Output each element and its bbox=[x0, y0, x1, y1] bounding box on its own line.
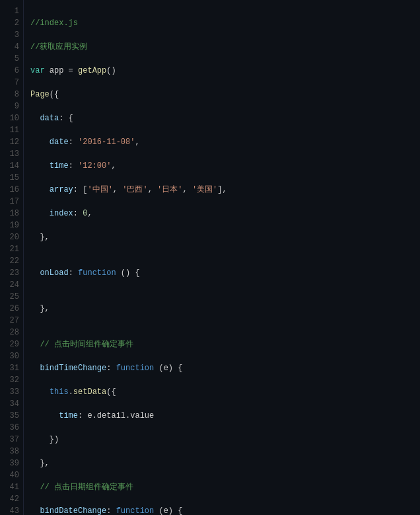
code-line-7: time: '12:00', bbox=[30, 160, 415, 172]
code-editor: 1 2 3 4 5 6 7 8 9 10 11 12 13 14 15 16 1… bbox=[0, 0, 420, 515]
code-line-5: data: { bbox=[30, 112, 415, 124]
code-line-1: //index.js bbox=[30, 17, 415, 29]
code-line-16: // 点击时间组件确定事件 bbox=[30, 338, 415, 350]
code-line-2: //获取应用实例 bbox=[30, 41, 415, 53]
code-line-17: bindTimeChange: function (e) { bbox=[30, 362, 415, 374]
code-content[interactable]: //index.js //获取应用实例 var app = getApp() P… bbox=[24, 0, 420, 515]
code-line-9: index: 0, bbox=[30, 208, 415, 219]
code-line-3: var app = getApp() bbox=[30, 65, 415, 77]
code-line-12: onLoad: function () { bbox=[30, 267, 415, 279]
code-line-8: array: ['中国', '巴西', '日本', '美国'], bbox=[30, 184, 415, 196]
code-line-21: }, bbox=[30, 457, 415, 469]
code-line-20: }) bbox=[30, 434, 415, 446]
code-line-10: }, bbox=[30, 231, 415, 243]
code-line-18: this.setData({ bbox=[30, 386, 415, 398]
code-line-22: // 点击日期组件确定事件 bbox=[30, 481, 415, 493]
code-line-19: time: e.detail.value bbox=[30, 410, 415, 422]
code-line-4: Page({ bbox=[30, 89, 415, 100]
line-numbers: 1 2 3 4 5 6 7 8 9 10 11 12 13 14 15 16 1… bbox=[0, 0, 24, 515]
code-line-23: bindDateChange: function (e) { bbox=[30, 505, 415, 515]
code-line-14: }, bbox=[30, 303, 415, 315]
code-line-6: date: '2016-11-08', bbox=[30, 136, 415, 148]
